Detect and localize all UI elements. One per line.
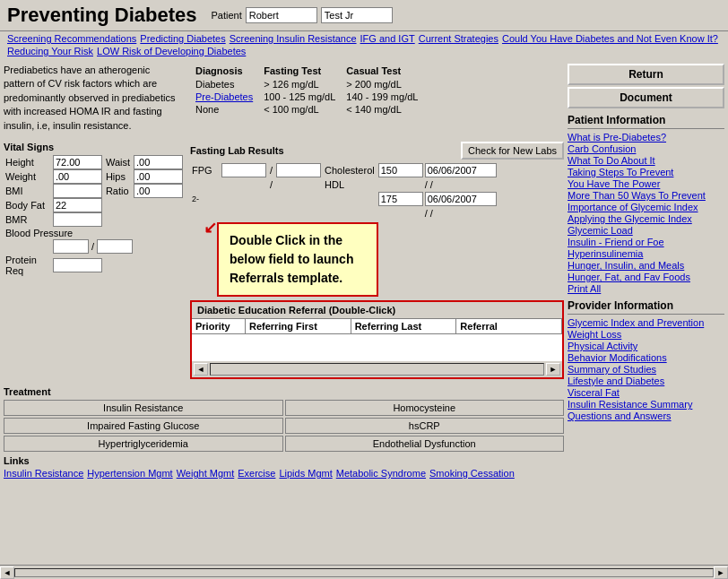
provider-link-glycemic-index[interactable]: Glycemic Index and Prevention (568, 317, 724, 328)
provider-link-visceral-fat[interactable]: Visceral Fat (568, 387, 724, 398)
provider-link-physical-activity[interactable]: Physical Activity (568, 341, 724, 351)
nav-predicting-diabetes[interactable]: Predicting Diabetes (140, 33, 225, 44)
title-bar: Preventing Diabetes Patient (0, 0, 728, 31)
protein-req-input[interactable] (53, 258, 102, 272)
link-hypertension-mgmt[interactable]: Hypertension Mgmt (87, 468, 172, 479)
nav-reducing-risk[interactable]: Reducing Your Risk (7, 46, 93, 56)
hips-input[interactable] (134, 169, 183, 184)
table-row: Diabetes > 126 mg/dL > 200 mg/dL (190, 78, 423, 91)
bp-input1[interactable] (53, 239, 89, 254)
check-new-labs-button[interactable]: Check for New Labs (461, 142, 564, 160)
treatment-hypertriglyceridemia: Hypertriglyceridemia (4, 436, 283, 452)
bottom-scrollbar: ◄ ► (0, 565, 728, 579)
intro-text: Prediabetics have an atherogenic pattern… (4, 64, 183, 133)
provider-link-lifestyle-diabetes[interactable]: Lifestyle and Diabetes (568, 376, 724, 386)
blood-pressure-label: Blood Pressure (5, 228, 73, 238)
referral-section[interactable]: Diabetic Education Referral (Double-Clic… (190, 300, 564, 379)
referral-col-referring-first: Referring First (246, 319, 351, 333)
diag-prediabetes-link[interactable]: Pre-Diabetes (195, 91, 253, 102)
scroll-right-button[interactable]: ► (546, 363, 560, 376)
diag-col-casual: Casual Test (341, 64, 423, 78)
row3-val-input[interactable] (378, 192, 423, 206)
horizontal-scroll-track (14, 568, 714, 577)
link-exercise[interactable]: Exercise (238, 468, 275, 479)
patient-lastname-input[interactable] (321, 7, 393, 23)
nav-low-risk[interactable]: LOW Risk of Developing Diabetes (97, 46, 246, 56)
referral-header: Diabetic Education Referral (Double-Clic… (192, 302, 562, 319)
patient-link-50-ways[interactable]: More Than 50 Ways To Prevent (568, 190, 724, 201)
patient-link-you-have-power[interactable]: You Have The Power (568, 178, 724, 189)
waist-input[interactable] (134, 155, 183, 169)
return-button[interactable]: Return (568, 64, 724, 85)
patient-link-importance-glycemic[interactable]: Importance of Glycemic Index (568, 202, 724, 212)
nav-current-strategies[interactable]: Current Strategies (419, 33, 498, 44)
treatment-section: Treatment Insulin Resistance Homocystein… (4, 386, 564, 452)
treatment-title: Treatment (4, 386, 564, 397)
links-section: Links Insulin Resistance Hypertension Mg… (4, 455, 564, 479)
fpg-val-input[interactable] (221, 163, 266, 177)
nav-bar: Screening Recommendations Predicting Dia… (0, 31, 728, 60)
height-input[interactable] (53, 155, 102, 169)
table-row: Pre-Diabetes 100 - 125 mg/dL 140 - 199 m… (190, 91, 423, 103)
patient-link-prediabetes[interactable]: What is Pre-Diabetes? (568, 132, 724, 143)
document-button[interactable]: Document (568, 87, 724, 108)
row3-date-input[interactable] (425, 192, 497, 206)
provider-link-summary-studies[interactable]: Summary of Studies (568, 364, 724, 375)
links-row: Insulin Resistance Hypertension Mgmt Wei… (4, 468, 564, 479)
patient-link-hunger-fat[interactable]: Hunger, Fat, and Fav Foods (568, 272, 724, 282)
weight-input[interactable] (53, 169, 102, 184)
patient-firstname-input[interactable] (246, 7, 317, 23)
nav-screening-recommendations[interactable]: Screening Recommendations (7, 33, 136, 44)
referral-body[interactable] (192, 334, 562, 361)
patient-link-applying-glycemic[interactable]: Applying the Glycemic Index (568, 213, 724, 224)
cholesterol-date-input[interactable] (425, 163, 497, 177)
link-weight-mgmt[interactable]: Weight Mgmt (177, 468, 235, 479)
patient-link-glycemic-load[interactable]: Glycemic Load (568, 225, 724, 236)
bmi-input[interactable] (53, 184, 102, 198)
patient-link-what-to-do[interactable]: What To Do About It (568, 155, 724, 166)
cholesterol-val-input[interactable] (378, 163, 423, 177)
scroll-bottom-right-button[interactable]: ► (714, 566, 728, 579)
diag-diabetes-casual: > 200 mg/dL (341, 78, 423, 91)
bmr-input[interactable] (53, 212, 102, 227)
cholesterol-label: Cholesterol (321, 162, 378, 178)
patient-info-section: Patient Information What is Pre-Diabetes… (568, 114, 724, 294)
patient-link-print-all[interactable]: Print All (568, 283, 724, 294)
bp-input2[interactable] (97, 239, 133, 254)
vital-signs-section: Vital Signs Height Waist Weight Hips (4, 142, 183, 383)
treatment-hscrp: hsCRP (285, 418, 565, 434)
nav-ifg-igt[interactable]: IFG and IGT (360, 33, 415, 44)
provider-link-weight-loss[interactable]: Weight Loss (568, 329, 724, 340)
patient-link-taking-steps[interactable]: Taking Steps To Prevent (568, 167, 724, 177)
diag-diabetes-fasting: > 126 mg/dL (258, 78, 341, 91)
referral-scrollbar: ◄ ► (192, 361, 562, 377)
patient-link-insulin-friend[interactable]: Insulin - Friend or Foe (568, 237, 724, 247)
patient-link-hunger-insulin[interactable]: Hunger, Insulin, and Meals (568, 260, 724, 271)
link-insulin-resistance[interactable]: Insulin Resistance (4, 468, 83, 479)
bmr-label: BMR (4, 212, 53, 227)
referral-columns: Priority Referring First Referring Last … (192, 319, 562, 334)
hdl-label: HDL (321, 178, 378, 191)
provider-link-insulin-resistance-summary[interactable]: Insulin Resistance Summary (568, 399, 724, 410)
diag-none-name: None (190, 103, 258, 116)
link-smoking-cessation[interactable]: Smoking Cessation (429, 468, 515, 479)
nav-screening-insulin[interactable]: Screening Insulin Resistance (230, 33, 357, 44)
body-fat-input[interactable] (53, 198, 102, 212)
scroll-bottom-left-button[interactable]: ◄ (0, 566, 14, 579)
ratio-input[interactable] (134, 184, 183, 198)
link-metabolic-syndrome[interactable]: Metabolic Syndrome (336, 468, 426, 479)
link-lipids-mgmt[interactable]: Lipids Mgmt (279, 468, 332, 479)
diag-col-fasting: Fasting Test (258, 64, 341, 78)
app-title: Preventing Diabetes (7, 4, 197, 27)
patient-link-hyperinsulinemia[interactable]: Hyperinsulinemia (568, 248, 724, 259)
diag-col-diagnosis: Diagnosis (190, 64, 258, 78)
scroll-left-button[interactable]: ◄ (194, 363, 208, 376)
fasting-lab-title: Fasting Lab Results (190, 145, 284, 156)
provider-link-questions-answers[interactable]: Questions and Answers (568, 410, 724, 421)
patient-info-title: Patient Information (568, 114, 724, 129)
provider-link-behavior-mod[interactable]: Behavior Modifications (568, 352, 724, 363)
fpg-date-input[interactable] (276, 163, 321, 177)
patient-link-carb-confusion[interactable]: Carb Confusion (568, 143, 724, 154)
provider-info-section: Provider Information Glycemic Index and … (568, 299, 724, 421)
nav-could-you-have[interactable]: Could You Have Diabetes and Not Even Kno… (502, 33, 718, 44)
